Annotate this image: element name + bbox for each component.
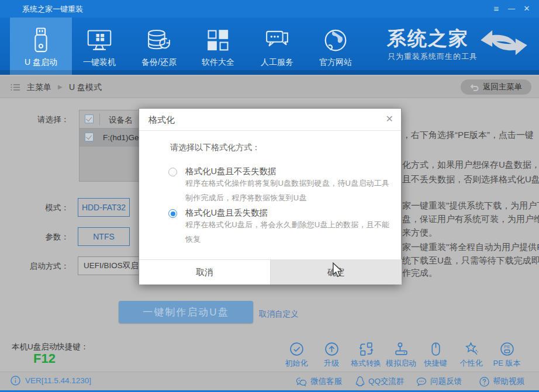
close-icon[interactable]: ✕: [520, 4, 533, 14]
joystick-icon: [394, 342, 409, 356]
tool-hotkeys[interactable]: 快捷键: [417, 342, 454, 369]
select-device-label: 请选择：: [22, 115, 69, 125]
background-text-fragment: 家一键重装"提供系统下载，为用户下: [402, 200, 539, 211]
nav-item-label: 人工服务: [261, 57, 293, 68]
radio-keep-data-desc: 程序在格式化操作前将复制U盘数据到硬盘，待U盘启动工具制作完成后，程序将数据恢复…: [185, 176, 392, 205]
select-all-checkbox[interactable]: [85, 115, 94, 123]
dialog-title: 格式化: [148, 115, 175, 126]
nav-item-label: 软件大全: [202, 57, 234, 68]
upgrade-icon: [324, 342, 339, 356]
database-restore-icon: [146, 26, 172, 55]
tool-format-convert[interactable]: 格式转换: [347, 342, 385, 369]
svg-text:PE: PE: [504, 344, 510, 349]
tool-initialize[interactable]: 初始化: [278, 342, 315, 369]
monitor-install-icon: [87, 26, 112, 55]
title-bar: 系统之家一键重装 ≡ — ✕: [0, 0, 539, 18]
footer-link-wechat[interactable]: 微信客服: [296, 376, 342, 387]
column-divider: [99, 113, 100, 126]
window-title: 系统之家一键重装: [22, 4, 83, 15]
nav-item-label: 备份/还原: [141, 57, 177, 68]
radio-lose-data-desc: 程序在格式化U盘后，将会永久删除您U盘上的数据，且不能恢复: [185, 217, 392, 247]
nav-item-one-key-install[interactable]: 一键装机: [70, 18, 129, 75]
dialog-confirm-button[interactable]: 确定: [270, 259, 402, 285]
tool-simulate-boot[interactable]: 模拟启动: [382, 342, 420, 369]
usb-drive-icon: [31, 26, 51, 55]
chat-service-icon: [264, 26, 290, 55]
tool-pe-version[interactable]: PE PE 版本: [488, 342, 526, 369]
nav-item-human-service[interactable]: 人工服务: [248, 18, 306, 75]
feedback-bubble-icon: [416, 377, 427, 387]
tool-upgrade[interactable]: 升级: [313, 342, 350, 369]
boot-hotkey-value: F12: [33, 351, 56, 366]
background-text-fragment: 统下载至U盘，只需等待下载完成即: [402, 255, 539, 266]
help-question-icon: [479, 377, 489, 387]
param-label: 参数：: [22, 232, 69, 242]
format-dialog: 格式化 ✕ 请选择以下格式化方式： 格式化U盘且不丢失数据 程序在格式化操作前将…: [139, 108, 402, 285]
mode-value-button[interactable]: HDD-FAT32: [78, 198, 130, 217]
nav-item-backup-restore[interactable]: 备份/还原: [130, 18, 188, 75]
dialog-close-icon[interactable]: ✕: [386, 113, 393, 124]
device-name-cell: F:(hd1)Ge: [103, 133, 139, 142]
version-text: VER[11.5.44.1230]: [25, 376, 91, 385]
param-value-button[interactable]: NTFS: [78, 227, 130, 246]
background-text-fragment: 家一键重装"将全程自动为用户提供PE: [402, 242, 539, 253]
app-window: 系统之家一键重装 ≡ — ✕ U 盘启动: [0, 0, 539, 392]
background-text-fragment: ，右下角选择“PE版本”，点击一键: [402, 130, 539, 141]
qq-icon: [355, 376, 365, 387]
nav-bottom-shade: [0, 70, 539, 75]
background-text-fragment: 盘，保证用户有系统可装，为用户维: [402, 214, 539, 225]
format-convert-icon: [359, 342, 374, 356]
background-text-fragment: 来方便。: [402, 227, 539, 238]
list-menu-icon[interactable]: [11, 84, 20, 91]
dialog-title-divider: [139, 130, 401, 131]
device-row-checkbox[interactable]: [85, 133, 94, 141]
wechat-icon: [296, 377, 307, 387]
nav-item-label: U 盘启动: [25, 57, 57, 68]
background-text-fragment: 且不丢失数据，否则选择格式化U盘: [402, 174, 539, 185]
footer-link-feedback[interactable]: 问题反馈: [416, 376, 462, 387]
back-button-label: 返回主菜单: [483, 82, 523, 92]
dialog-cancel-button[interactable]: 取消: [139, 259, 270, 285]
apps-grid-icon: [206, 26, 230, 55]
minimize-icon[interactable]: —: [505, 4, 518, 14]
brand-logo-title: 系统之家: [387, 26, 469, 52]
version-info[interactable]: VER[11.5.44.1230]: [11, 376, 91, 386]
boot-mode-label: 启动方式：: [22, 261, 69, 272]
info-icon: [11, 376, 20, 386]
breadcrumb-arrow-icon: ▶: [58, 84, 63, 90]
make-usb-boot-button[interactable]: 一键制作启动U盘: [119, 301, 253, 323]
initialize-icon: [289, 342, 304, 356]
mouse-icon: [429, 342, 443, 356]
nav-item-official-website[interactable]: 官方网站: [306, 18, 365, 75]
footer-link-help-video[interactable]: 帮助视频: [479, 376, 524, 387]
dialog-prompt: 请选择以下格式化方式：: [170, 143, 260, 153]
brand-arrows-logo-icon: [478, 27, 530, 58]
radio-lose-data[interactable]: [168, 209, 177, 218]
footer-link-qq-group[interactable]: QQ交流群: [355, 376, 405, 387]
background-text-fragment: 作完成。: [402, 268, 539, 279]
pe-version-icon: PE: [500, 342, 514, 356]
back-arrow-icon: [470, 84, 479, 91]
globe-icon: [323, 26, 348, 55]
back-to-main-menu-button[interactable]: 返回主菜单: [461, 79, 531, 95]
nav-item-label: 官方网站: [319, 57, 352, 68]
star-personalize-icon: [464, 342, 479, 356]
mode-label: 模式：: [22, 203, 69, 213]
device-column-header: 设备名: [109, 115, 133, 126]
nav-item-software-center[interactable]: 软件大全: [189, 18, 247, 75]
breadcrumb-current: U 盘模式: [69, 82, 102, 93]
menu-icon[interactable]: ≡: [490, 4, 503, 14]
background-text-fragment: 化方式，如果用户想保存U盘数据，就: [402, 159, 539, 171]
nav-item-label: 一键装机: [83, 57, 116, 68]
radio-keep-data[interactable]: [168, 168, 177, 176]
tool-personalize[interactable]: 个性化: [452, 342, 490, 369]
nav-item-usb-boot[interactable]: U 盘启动: [10, 18, 72, 75]
cancel-custom-link[interactable]: 取消自定义: [259, 309, 299, 320]
brand-logo-tagline: 只为重装系统而生的工具: [388, 51, 478, 62]
breadcrumb-root[interactable]: 主菜单: [27, 82, 51, 93]
